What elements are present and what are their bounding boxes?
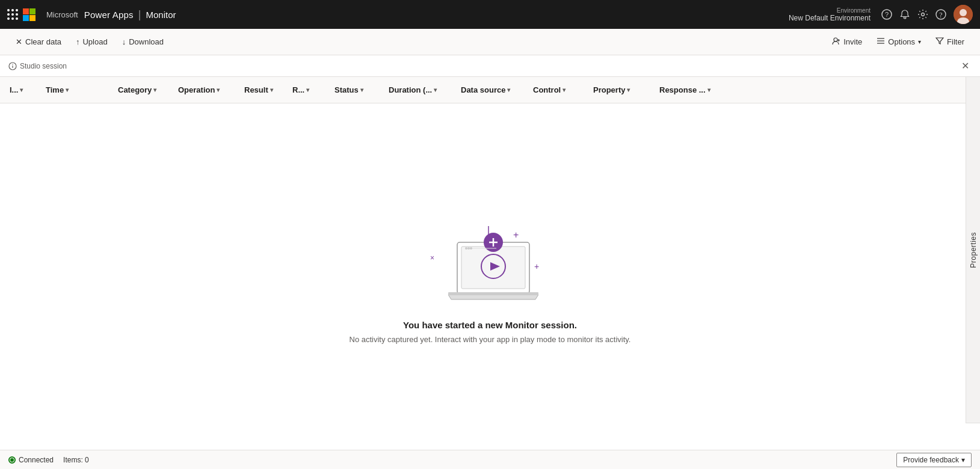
col-result-chevron: ▾	[270, 87, 273, 93]
upload-button[interactable]: ↑ Upload	[70, 34, 114, 50]
col-r-chevron: ▾	[306, 87, 309, 93]
environment-info: Environment New Default Environment	[789, 7, 871, 22]
options-icon	[877, 37, 885, 47]
feedback-chevron-icon: ▾	[961, 456, 965, 464]
col-duration-chevron: ▾	[434, 87, 437, 93]
invite-button[interactable]: Invite	[826, 33, 868, 51]
environment-label: Environment	[837, 7, 871, 14]
col-duration-label: Duration (...	[389, 85, 432, 94]
connected-label: Connected	[19, 456, 54, 464]
col-status-label: Status	[334, 85, 359, 94]
download-button[interactable]: ↓ Download	[116, 34, 170, 50]
clear-data-button[interactable]: ✕ Clear data	[10, 34, 67, 50]
invite-icon	[832, 37, 840, 47]
options-button[interactable]: Options ▾	[871, 33, 927, 51]
col-category-chevron: ▾	[153, 87, 156, 93]
filter-icon	[935, 37, 944, 47]
svg-point-33	[470, 247, 472, 250]
col-header-time[interactable]: Time ▾	[41, 85, 113, 94]
filter-button[interactable]: Filter	[929, 33, 970, 51]
col-control-label: Control	[533, 85, 561, 94]
col-header-operation[interactable]: Operation ▾	[173, 85, 239, 94]
items-count: Items: 0	[63, 456, 89, 464]
col-id-label: I...	[10, 85, 18, 94]
col-header-category[interactable]: Category ▾	[113, 85, 173, 94]
svg-rect-0	[23, 8, 29, 14]
main-content: I... ▾ Time ▾ Category ▾ Operation ▾ Res…	[0, 77, 980, 450]
app-name: Power Apps	[84, 10, 134, 20]
filter-label: Filter	[947, 37, 964, 46]
col-time-label: Time	[46, 85, 64, 94]
svg-point-31	[465, 247, 467, 250]
user-avatar[interactable]	[954, 5, 973, 24]
properties-panel-tab[interactable]: Properties	[966, 77, 980, 423]
svg-point-6	[922, 13, 925, 16]
svg-point-32	[467, 247, 470, 250]
connected-dot	[8, 456, 16, 464]
feedback-label: Provide feedback	[903, 456, 959, 464]
connection-status: Connected	[8, 456, 54, 464]
col-operation-chevron: ▾	[217, 87, 220, 93]
table-header: I... ▾ Time ▾ Category ▾ Operation ▾ Res…	[0, 77, 980, 103]
empty-state-title: You have started a new Monitor session.	[403, 320, 577, 330]
col-control-chevron: ▾	[562, 87, 566, 93]
svg-point-12	[834, 38, 837, 41]
download-label: Download	[129, 37, 164, 46]
col-datasource-label: Data source	[461, 85, 505, 94]
help-icon-btn[interactable]: ?	[881, 9, 892, 20]
svg-rect-2	[23, 15, 29, 21]
svg-point-18	[12, 64, 13, 64]
svg-point-10	[960, 9, 967, 16]
col-category-label: Category	[118, 85, 152, 94]
col-header-id[interactable]: I... ▾	[5, 85, 41, 94]
provide-feedback-button[interactable]: Provide feedback ▾	[896, 453, 972, 467]
session-info: Studio session	[8, 62, 67, 70]
col-header-duration[interactable]: Duration (... ▾	[384, 85, 456, 94]
session-close-button[interactable]: ✕	[959, 58, 972, 74]
col-response-label: Response ...	[659, 85, 706, 94]
notification-btn[interactable]	[899, 9, 910, 20]
svg-rect-1	[29, 8, 35, 14]
col-header-response[interactable]: Response ... ▾	[655, 85, 975, 94]
microsoft-label: Microsoft	[46, 10, 78, 19]
col-status-chevron: ▾	[360, 87, 363, 93]
col-header-r[interactable]: R... ▾	[288, 85, 330, 94]
col-header-status[interactable]: Status ▾	[330, 85, 384, 94]
grid-menu-icon[interactable]	[7, 9, 18, 20]
question-btn[interactable]: ?	[935, 9, 946, 20]
col-header-datasource[interactable]: Data source ▾	[456, 85, 528, 94]
svg-rect-3	[29, 15, 35, 21]
toolbar-right: Invite Options ▾ Filter	[826, 33, 970, 51]
clear-data-icon: ✕	[16, 37, 22, 46]
options-chevron-icon: ▾	[918, 38, 921, 45]
col-time-chevron: ▾	[66, 87, 69, 93]
session-label: Studio session	[20, 62, 67, 70]
col-header-property[interactable]: Property ▾	[588, 85, 655, 94]
download-icon: ↓	[122, 37, 126, 46]
svg-rect-24	[448, 292, 538, 295]
col-r-label: R...	[292, 85, 304, 94]
microsoft-logo	[23, 8, 35, 21]
svg-text:+: +	[513, 230, 519, 240]
empty-illustration: + ×	[424, 209, 556, 305]
properties-tab-label: Properties	[969, 232, 978, 268]
settings-btn[interactable]	[917, 9, 928, 20]
col-header-control[interactable]: Control ▾	[528, 85, 588, 94]
col-header-result[interactable]: Result ▾	[239, 85, 288, 94]
environment-name: New Default Environment	[789, 14, 871, 22]
empty-state: + ×	[0, 103, 980, 450]
col-property-label: Property	[593, 85, 625, 94]
topbar-divider: |	[138, 8, 141, 21]
topbar: Microsoft Power Apps | Monitor Environme…	[0, 0, 980, 29]
svg-text:?: ?	[885, 11, 889, 18]
empty-state-subtitle: No activity captured yet. Interact with …	[350, 335, 631, 344]
invite-label: Invite	[843, 37, 862, 46]
svg-text:?: ?	[939, 11, 942, 19]
status-bar: Connected Items: 0 Provide feedback ▾	[0, 450, 980, 469]
upload-icon: ↑	[76, 37, 80, 46]
svg-text:×: ×	[430, 254, 434, 262]
col-result-label: Result	[244, 85, 268, 94]
col-operation-label: Operation	[178, 85, 215, 94]
col-id-chevron: ▾	[20, 87, 23, 93]
clear-data-label: Clear data	[25, 37, 61, 46]
